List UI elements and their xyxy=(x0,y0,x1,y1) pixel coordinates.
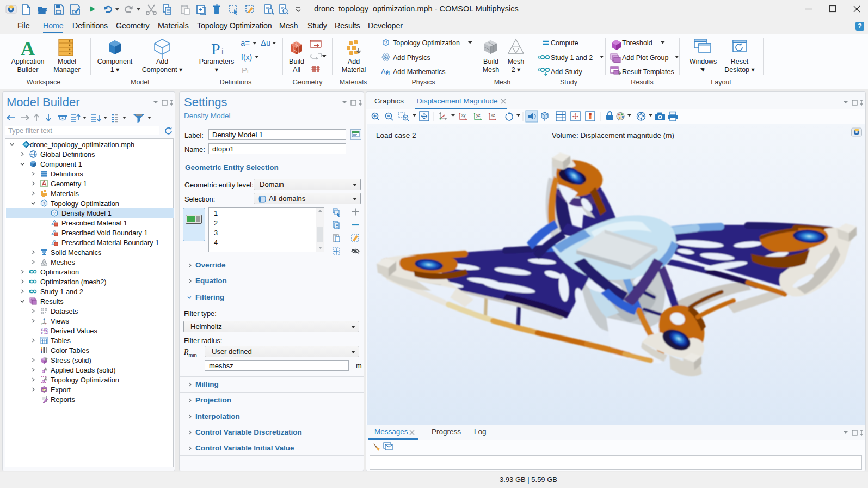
svg-text:?: ? xyxy=(384,40,387,46)
svg-text:A: A xyxy=(21,38,35,59)
svg-text:i: i xyxy=(221,46,224,57)
svg-text:xy: xy xyxy=(461,113,466,118)
svg-text:a=: a= xyxy=(241,38,250,47)
svg-text:Δ: Δ xyxy=(381,68,386,76)
svg-text:Δu: Δu xyxy=(261,38,270,47)
svg-text:i: i xyxy=(247,68,248,74)
svg-text:f(x): f(x) xyxy=(241,53,252,62)
svg-text:yz: yz xyxy=(476,113,481,118)
svg-text:P: P xyxy=(242,65,247,75)
svg-text:xz: xz xyxy=(491,113,495,118)
svg-text:P: P xyxy=(211,40,220,58)
